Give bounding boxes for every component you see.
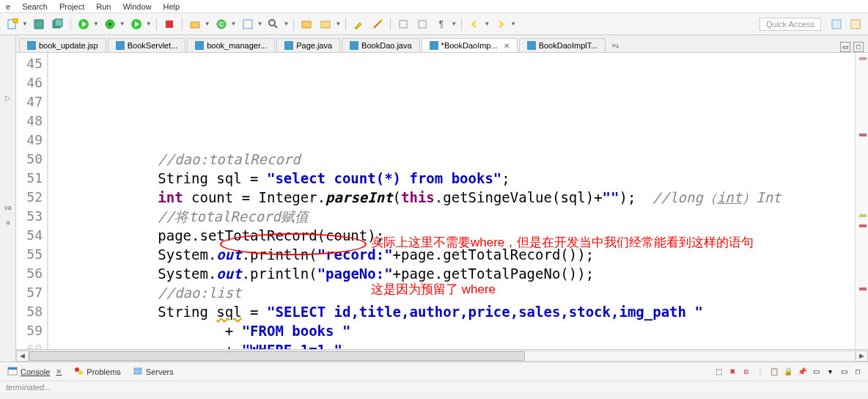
svg-rect-22 <box>832 20 841 29</box>
svg-rect-17 <box>321 21 330 28</box>
svg-point-14 <box>269 20 275 26</box>
svg-line-15 <box>274 25 277 28</box>
svg-rect-9 <box>166 21 173 28</box>
svg-rect-25 <box>116 41 125 50</box>
java-icon <box>350 41 358 50</box>
new-package-icon[interactable] <box>187 16 203 32</box>
menu-item[interactable]: Search <box>22 2 48 11</box>
tab-book-manager[interactable]: book_manager... <box>187 38 275 52</box>
arrow-icon: ▷ <box>2 94 14 106</box>
horizontal-scrollbar[interactable]: ◀ ▶ <box>16 349 868 362</box>
svg-text:C: C <box>218 21 224 28</box>
left-ruler: ▷ va a <box>0 35 16 362</box>
menu-item[interactable]: e <box>6 2 10 11</box>
toggle-icon[interactable] <box>395 16 411 32</box>
open-type-icon[interactable] <box>240 16 256 32</box>
svg-rect-13 <box>243 20 252 29</box>
perspective-java-icon[interactable] <box>828 16 845 32</box>
new-class-icon[interactable]: C <box>213 16 229 32</box>
tab-problems[interactable]: Problems <box>70 365 123 379</box>
text-icon[interactable]: ¶ <box>433 16 449 32</box>
code-editor[interactable]: 454647484950515253⛔54555657⛔585960 实际上这里… <box>16 53 868 349</box>
code-content[interactable]: 实际上这里不需要where，但是在开发当中我们经常能看到这样的语句 这是因为预留… <box>48 53 855 349</box>
tab-book-update[interactable]: book_update.jsp <box>19 38 106 52</box>
display-icon[interactable]: ▭ <box>810 366 822 378</box>
ruler-error-mark[interactable] <box>859 57 867 60</box>
jsp-icon <box>195 41 204 50</box>
open-task-icon[interactable] <box>298 16 315 32</box>
tab-servers[interactable]: Servers <box>130 365 177 379</box>
svg-rect-29 <box>430 41 438 50</box>
bottom-panel: Console✕ Problems Servers ⬚ ✖ ⦻ | 📋 🔒 📌 … <box>0 362 868 392</box>
tab-bookdao[interactable]: BookDao.java <box>342 38 420 52</box>
scroll-left-icon[interactable]: ◀ <box>16 351 29 362</box>
annotation-text: 这是因为预留了 where <box>371 280 781 299</box>
editor-panel: book_update.jsp BookServlet... book_mana… <box>16 35 868 362</box>
pin-icon[interactable] <box>414 16 430 32</box>
wand-icon[interactable] <box>369 16 386 32</box>
tool-icon[interactable]: ⬚ <box>713 366 724 378</box>
ruler-error-mark[interactable] <box>859 224 867 227</box>
console-icon <box>7 366 18 378</box>
svg-point-33 <box>75 367 79 372</box>
forward-icon[interactable] <box>493 16 509 32</box>
console-status: terminated... <box>0 381 868 393</box>
debug-icon[interactable] <box>102 16 118 32</box>
tab-console[interactable]: Console✕ <box>4 365 65 379</box>
scroll-lock-icon[interactable]: 🔒 <box>782 366 794 378</box>
save-all-icon[interactable] <box>50 16 66 32</box>
ruler-error-mark[interactable] <box>859 288 867 290</box>
dropdown-icon[interactable]: ▼ <box>22 21 28 27</box>
tool-icon[interactable]: 📋 <box>768 366 780 378</box>
tab-bookdaoimplt[interactable]: BookDaoImplT... <box>519 38 606 52</box>
java-icon <box>527 41 536 50</box>
perspective-jee-icon[interactable] <box>847 16 864 32</box>
maximize-icon[interactable]: □ <box>853 42 864 52</box>
svg-rect-26 <box>195 41 204 50</box>
pin-icon[interactable]: 📌 <box>796 366 808 378</box>
line-gutter: 454647484950515253⛔54555657⛔585960 <box>16 53 48 349</box>
tool-icon[interactable] <box>317 16 334 32</box>
remove-all-icon[interactable]: ⦻ <box>740 366 752 378</box>
new-icon[interactable] <box>4 16 21 32</box>
menu-item[interactable]: Help <box>163 2 180 11</box>
svg-rect-28 <box>350 41 358 50</box>
back-icon[interactable] <box>466 16 482 32</box>
svg-point-34 <box>78 370 83 375</box>
run-last-icon[interactable] <box>128 16 144 32</box>
svg-rect-16 <box>302 21 311 28</box>
menu-item[interactable]: Window <box>122 2 151 11</box>
run-icon[interactable] <box>76 16 92 32</box>
paint-icon[interactable] <box>350 16 367 32</box>
maximize-icon[interactable]: □ <box>852 366 864 378</box>
svg-rect-23 <box>851 20 860 29</box>
svg-rect-35 <box>134 368 141 370</box>
svg-text:¶: ¶ <box>439 19 444 29</box>
minimize-icon[interactable]: ▭ <box>840 42 850 52</box>
save-icon[interactable] <box>31 16 47 32</box>
stop-icon[interactable] <box>161 16 177 32</box>
jsp-icon <box>27 41 36 50</box>
java-icon <box>284 41 293 50</box>
tab-page-java[interactable]: Page.java <box>276 38 340 52</box>
quick-access-input[interactable]: Quick Access <box>760 18 821 31</box>
search-icon[interactable] <box>265 16 282 32</box>
svg-rect-1 <box>13 18 18 23</box>
menu-item[interactable]: Project <box>59 2 84 11</box>
svg-rect-20 <box>419 21 426 28</box>
scroll-right-icon[interactable]: ▶ <box>856 351 868 362</box>
overview-ruler[interactable] <box>855 53 868 349</box>
menu-item[interactable]: Run <box>96 2 111 11</box>
open-console-icon[interactable]: ▾ <box>824 366 836 378</box>
gutter-label: va <box>2 204 14 216</box>
tab-bookservlet[interactable]: BookServlet... <box>108 38 185 52</box>
svg-rect-27 <box>284 41 293 50</box>
remove-icon[interactable]: ✖ <box>727 366 738 378</box>
minimize-icon[interactable]: ▭ <box>838 366 850 378</box>
tab-overflow[interactable]: »₁ <box>607 38 623 52</box>
close-icon[interactable]: ✕ <box>56 367 62 376</box>
ruler-warn-mark[interactable] <box>859 214 867 217</box>
ruler-error-mark[interactable] <box>859 133 867 136</box>
tab-bookdaoimpl[interactable]: *BookDaoImp...✕ <box>422 38 518 52</box>
close-icon[interactable]: ✕ <box>504 42 510 50</box>
